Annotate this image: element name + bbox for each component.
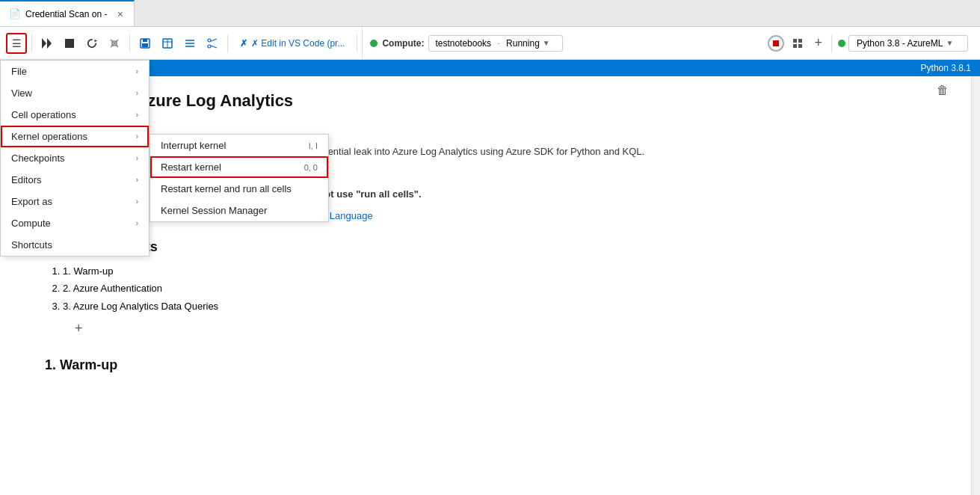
menu-item-compute[interactable]: Compute ›: [1, 212, 149, 234]
svg-rect-19: [793, 39, 797, 43]
menu-kernel-operations-arrow-icon: ›: [136, 132, 138, 141]
scissors-button[interactable]: [202, 33, 223, 54]
menu-item-file[interactable]: File ›: [1, 61, 149, 82]
section-title: 1. Warm-up: [45, 357, 949, 373]
menu-item-kernel-operations[interactable]: Kernel operations ›: [1, 126, 149, 147]
run-all-button[interactable]: [37, 33, 58, 54]
session-manager-label: Kernel Session Manager: [161, 205, 267, 216]
menu-file-label: File: [11, 66, 27, 77]
edit-vscode-button[interactable]: ✗ ✗ Edit in VS Code (pr...: [232, 35, 352, 52]
svg-point-14: [208, 39, 211, 42]
list-item: 3. Azure Log Analytics Data Queries: [63, 298, 949, 315]
vscode-icon: ✗: [240, 38, 247, 49]
compute-label: Compute:: [382, 38, 424, 49]
svg-marker-0: [42, 38, 46, 49]
compute-name: testnotebooks: [435, 38, 491, 49]
table-button[interactable]: [157, 33, 178, 54]
kernel-chevron-icon: ▼: [946, 39, 953, 47]
kernel-select[interactable]: Python 3.8 - AzureML ▼: [848, 35, 968, 52]
menu-compute-label: Compute: [11, 218, 51, 229]
svg-rect-6: [143, 39, 147, 42]
tab-file-icon: 📄: [9, 8, 21, 19]
clear-button[interactable]: [104, 33, 125, 54]
menu-checkpoints-arrow-icon: ›: [136, 154, 138, 162]
tab-title: Credential Scan on -: [25, 9, 111, 19]
dropdown-overlay: File › View › Cell operations › Kernel o…: [0, 60, 329, 256]
menu-export-as-arrow-icon: ›: [136, 197, 138, 206]
save-icon: [140, 38, 150, 49]
toolbar-separator-2: [129, 34, 130, 52]
svg-line-17: [211, 46, 217, 48]
menu-item-cell-operations[interactable]: Cell operations ›: [1, 104, 149, 126]
kernel-submenu: Interrupt kernel I, I Restart kernel 0, …: [150, 134, 329, 222]
add-cell-icon[interactable]: +: [75, 321, 83, 336]
menu-cell-operations-label: Cell operations: [11, 109, 76, 120]
menu-file-arrow-icon: ›: [136, 67, 138, 76]
code-button[interactable]: [179, 33, 200, 54]
svg-rect-7: [142, 43, 148, 47]
menu-item-editors[interactable]: Editors ›: [1, 169, 149, 191]
toolbar-separator-1: [31, 34, 32, 52]
menu-editors-arrow-icon: ›: [136, 176, 138, 184]
submenu-restart-kernel[interactable]: Restart kernel 0, 0: [150, 156, 328, 178]
kernel-version: Python 3.8.1: [921, 63, 971, 73]
interrupt-kernel-label: Interrupt kernel: [161, 140, 226, 151]
grid-view-button[interactable]: [787, 33, 808, 54]
menu-item-checkpoints[interactable]: Checkpoints ›: [1, 147, 149, 169]
kernel-name: Python 3.8 - AzureML: [857, 38, 943, 49]
svg-rect-18: [773, 40, 779, 46]
menu-kernel-operations-label: Kernel operations: [11, 131, 87, 142]
svg-marker-1: [47, 38, 52, 49]
menu-checkpoints-label: Checkpoints: [11, 153, 65, 164]
compute-area: Compute: testnotebooks - Running ▼: [362, 27, 570, 59]
submenu-session-manager[interactable]: Kernel Session Manager: [150, 200, 328, 221]
grid-view-icon: [792, 38, 803, 49]
menu-view-arrow-icon: ›: [136, 89, 138, 97]
stop-kernel-icon: [772, 40, 780, 47]
compute-select[interactable]: testnotebooks - Running ▼: [428, 35, 563, 52]
stop-button[interactable]: [59, 33, 80, 54]
toolbar-right: + Python 3.8 - AzureML ▼: [768, 33, 974, 54]
submenu-restart-run-all[interactable]: Restart kernel and run all cells: [150, 178, 328, 200]
menu-item-view[interactable]: View ›: [1, 82, 149, 104]
hamburger-menu-button[interactable]: ☰: [6, 33, 27, 54]
svg-point-15: [208, 45, 211, 48]
compute-chevron-icon: ▼: [543, 39, 550, 47]
add-cell-row[interactable]: +: [45, 315, 949, 342]
toolbar-separator-3: [227, 34, 228, 52]
restart-button[interactable]: [81, 33, 102, 54]
run-all-icon: [42, 38, 52, 49]
svg-rect-22: [798, 44, 802, 48]
delete-cell-button[interactable]: 🗑: [937, 84, 949, 97]
menu-editors-label: Editors: [11, 174, 41, 185]
compute-status-dot: [370, 40, 377, 47]
stop-kernel-button[interactable]: [768, 35, 784, 52]
restart-kernel-shortcut: 0, 0: [304, 163, 318, 172]
clear-icon: [109, 38, 120, 49]
svg-rect-20: [798, 39, 802, 43]
toolbar-separator-4: [357, 34, 357, 52]
menu-compute-arrow-icon: ›: [136, 219, 138, 227]
save-button[interactable]: [135, 33, 155, 54]
menu-export-as-label: Export as: [11, 196, 52, 207]
menu-view-label: View: [11, 87, 32, 99]
add-kernel-button[interactable]: +: [811, 35, 825, 51]
vertical-scrollbar[interactable]: [971, 76, 980, 495]
compute-status: Running: [506, 38, 540, 49]
svg-rect-2: [65, 39, 74, 48]
code-icon: [185, 38, 195, 49]
tab-close-button[interactable]: ×: [116, 7, 125, 22]
submenu-interrupt-kernel[interactable]: Interrupt kernel I, I: [150, 135, 328, 156]
toolbar-separator-5: [831, 34, 832, 52]
kernel-status-dot: [838, 40, 845, 47]
restart-kernel-label: Restart kernel: [161, 162, 221, 173]
tab-bar: 📄 Credential Scan on - ×: [0, 0, 980, 27]
toolbar: ☰: [0, 27, 980, 60]
list-item: 1. Warm-up: [63, 262, 949, 280]
toc-list: 1. Warm-up 2. Azure Authentication 3. Az…: [63, 262, 949, 315]
stop-icon: [65, 39, 74, 48]
menu-cell-operations-arrow-icon: ›: [136, 111, 138, 119]
active-tab[interactable]: 📄 Credential Scan on - ×: [0, 0, 135, 26]
menu-item-shortcuts[interactable]: Shortcuts: [1, 234, 149, 256]
menu-item-export-as[interactable]: Export as ›: [1, 191, 149, 212]
